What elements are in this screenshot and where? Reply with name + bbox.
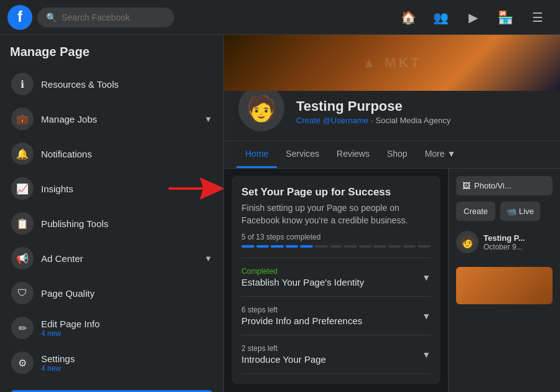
search-input[interactable]	[62, 12, 166, 22]
profile-section: 🧑 Testing Purpose Create @Username · Soc…	[224, 91, 560, 141]
top-navigation: f 🔍 🏠 👥 ▶ 🏪 ☰	[0, 0, 560, 35]
task-preferences[interactable]: 6 steps left Provide Info and Preference…	[241, 296, 431, 335]
watch-nav-icon[interactable]: ▶	[458, 2, 488, 32]
create-button[interactable]: Create	[456, 202, 495, 221]
search-icon: 🔍	[46, 12, 57, 22]
bell-icon: 🔔	[11, 142, 34, 165]
sidebar-item-resources[interactable]: ℹ Resources & Tools	[5, 67, 218, 101]
progress-segment	[256, 245, 269, 248]
jobs-icon: 💼	[11, 108, 34, 130]
recent-post-item: 🧑 Testing P... October 9...	[456, 227, 553, 257]
red-arrow-icon	[169, 176, 224, 201]
tab-reviews[interactable]: Reviews	[328, 141, 378, 168]
page-type: · Social Media Agency	[371, 116, 450, 125]
progress-segment	[388, 245, 401, 248]
editpage-badge: 4 new	[41, 329, 212, 338]
home-nav-icon[interactable]: 🏠	[393, 2, 423, 32]
progress-segment	[330, 245, 343, 248]
post-date: October 9...	[483, 243, 525, 251]
tab-more[interactable]: More ▼	[416, 141, 465, 168]
chevron-more-icon: ▼	[447, 149, 456, 159]
task-name-preferences: Provide Info and Preferences	[241, 315, 362, 326]
publishing-icon: 📋	[11, 212, 34, 235]
cover-photo: ▲ MKT	[224, 35, 560, 91]
info-icon: ℹ	[11, 73, 34, 95]
tab-home[interactable]: Home	[236, 141, 277, 168]
progress-segment	[271, 245, 284, 248]
progress-segment	[241, 245, 254, 248]
sidebar-title: Manage Page	[5, 45, 218, 67]
search-bar[interactable]: 🔍	[37, 7, 174, 27]
content-grid: Set Your Page up for Success Finish sett…	[224, 169, 560, 392]
setup-panel: Set Your Page up for Success Finish sett…	[224, 169, 448, 392]
live-button[interactable]: 📹 Live	[500, 202, 540, 221]
insights-icon: 📈	[11, 177, 34, 200]
photo-video-label: Photo/Vi...	[474, 181, 511, 190]
profile-info: Testing Purpose Create @Username · Socia…	[296, 98, 548, 126]
photo-icon: 🖼	[462, 181, 470, 190]
task-name-identity: Establish Your Page's Identity	[241, 277, 364, 287]
adcenter-icon: 📢	[11, 247, 34, 269]
cover-watermark: ▲ MKT	[362, 55, 422, 71]
create-live-area: Create 📹 Live	[456, 202, 553, 221]
avatar: 🧑	[236, 83, 286, 133]
sidebar-label-quality: Page Quality	[41, 288, 212, 299]
progress-bar	[241, 245, 431, 248]
page-name: Testing Purpose	[296, 98, 548, 114]
settings-badge: 4 new	[41, 364, 212, 373]
page-tabs: Home Services Reviews Shop More ▼	[224, 141, 560, 169]
task-introduce[interactable]: 2 steps left Introduce Your Page ▼	[241, 335, 431, 374]
main-layout: Manage Page ℹ Resources & Tools 💼 Manage…	[0, 35, 560, 392]
sidebar-item-notifications[interactable]: 🔔 Notifications	[5, 136, 218, 171]
post-page-name: Testing P...	[483, 233, 525, 243]
post-avatar: 🧑	[456, 231, 478, 253]
sidebar-item-settings[interactable]: ⚙ Settings 4 new	[5, 345, 218, 380]
marketplace-nav-icon[interactable]: 🏪	[490, 2, 520, 32]
sidebar-label-settings: Settings	[41, 353, 212, 364]
chevron-task2-icon: ▼	[422, 311, 431, 321]
menu-nav-icon[interactable]: ☰	[523, 2, 553, 32]
chevron-adcenter-icon: ▼	[204, 254, 212, 263]
sidebar: Manage Page ℹ Resources & Tools 💼 Manage…	[0, 35, 224, 392]
sidebar-item-publishing[interactable]: 📋 Publishing Tools	[5, 206, 218, 241]
friends-nav-icon[interactable]: 👥	[426, 2, 455, 32]
sidebar-item-adcenter[interactable]: 📢 Ad Center ▼	[5, 241, 218, 276]
svg-marker-0	[169, 177, 224, 200]
task-status-preferences: 6 steps left	[241, 306, 362, 314]
progress-segment	[286, 245, 299, 248]
main-content: ▲ MKT 🧑 Testing Purpose Create @Username…	[224, 35, 560, 392]
tab-services[interactable]: Services	[277, 141, 328, 168]
task-status-identity: Completed	[241, 267, 364, 276]
sidebar-item-quality[interactable]: 🛡 Page Quality	[5, 276, 218, 310]
chevron-task3-icon: ▼	[422, 350, 431, 360]
sidebar-label-resources: Resources & Tools	[41, 79, 212, 90]
sidebar-item-jobs[interactable]: 💼 Manage Jobs ▼	[5, 101, 218, 136]
sidebar-label-adcenter: Ad Center	[41, 253, 197, 264]
progress-segment	[418, 245, 431, 248]
sidebar-item-editpage[interactable]: ✏ Edit Page Info 4 new	[5, 310, 218, 345]
facebook-logo: f	[7, 5, 32, 30]
post-thumbnail	[456, 267, 553, 304]
setup-description: Finish setting up your Page so people on…	[241, 202, 431, 226]
task-identity[interactable]: Completed Establish Your Page's Identity…	[241, 258, 431, 296]
progress-segment	[300, 245, 313, 248]
username-link[interactable]: Create @Username	[296, 116, 368, 125]
edit-icon: ✏	[11, 317, 34, 339]
progress-segment	[373, 245, 386, 248]
chevron-jobs-icon: ▼	[204, 114, 212, 124]
task-name-introduce: Introduce Your Page	[241, 354, 326, 365]
tab-shop[interactable]: Shop	[378, 141, 416, 168]
sidebar-label-publishing: Publishing Tools	[41, 218, 212, 229]
progress-segment	[359, 245, 372, 248]
sidebar-item-insights[interactable]: 📈 Insights	[5, 171, 218, 206]
live-label: Live	[519, 207, 534, 216]
progress-segment	[403, 245, 416, 248]
setup-card: Set Your Page up for Success Finish sett…	[231, 176, 441, 384]
settings-text: Settings 4 new	[41, 353, 212, 373]
task-status-introduce: 2 steps left	[241, 344, 326, 353]
quality-icon: 🛡	[11, 282, 34, 304]
steps-completed: 5 of 13 steps completed	[241, 233, 431, 241]
profile-meta: Create @Username · Social Media Agency	[296, 114, 548, 126]
photo-video-button[interactable]: 🖼 Photo/Vi...	[456, 176, 553, 195]
sidebar-label-editpage: Edit Page Info	[41, 319, 212, 329]
